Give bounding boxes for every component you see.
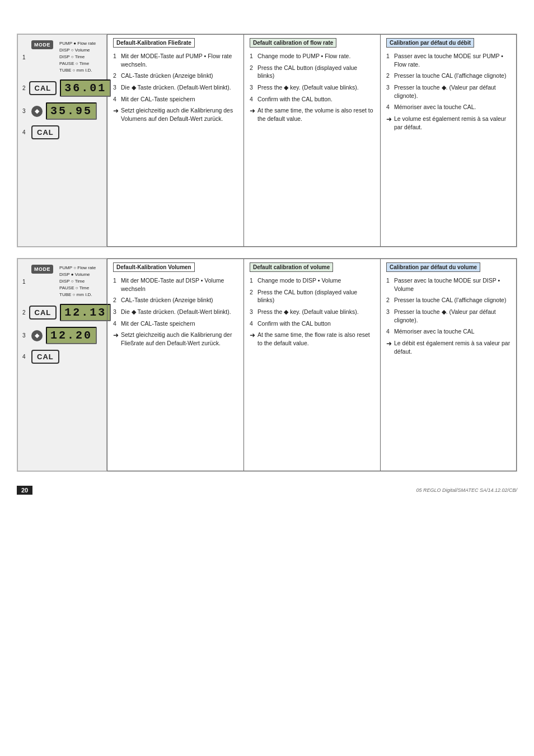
bottom-col-de: Default-Kalibration Volumen 1 Mit der MO… — [107, 259, 243, 471]
top-step1-num: 1 — [22, 54, 28, 60]
bottom-step3-num: 3 — [22, 332, 28, 339]
bottom-en-arrow-note: ➜ At the same time, the flow rate is als… — [250, 331, 374, 347]
arrow-button-top[interactable]: ◆ — [31, 106, 43, 117]
top-device-col: 1 MODE PUMP ● Flow rate DISP ○ Volume DI… — [17, 34, 107, 247]
top-en-step1: 1 Change mode to PUMP • Flow rate. — [250, 52, 374, 60]
top-de-step1: 1 Mit der MODE-Taste auf PUMP • Flow rat… — [113, 52, 238, 68]
tube-mm-label-top: TUBE ○ mm I.D. — [59, 67, 96, 74]
top-en-arrow-note: ➜ At the same time, the volume is also r… — [250, 106, 374, 123]
page: 1 MODE PUMP ● Flow rate DISP ○ Volume DI… — [0, 0, 534, 756]
bottom-fr-step1: 1 Passer avec la touche MODE sur DISP • … — [386, 276, 510, 293]
top-block: 1 MODE PUMP ● Flow rate DISP ○ Volume DI… — [17, 34, 517, 247]
bottom-step2-row: 2 CAL 12.13 — [22, 304, 102, 321]
top-de-steps: 1 Mit der MODE-Taste auf PUMP • Flow rat… — [113, 52, 238, 123]
bottom-de-step3: 3 Die ◆ Taste drücken. (Default-Wert bli… — [113, 308, 238, 316]
top-fr-step4: 4 Mémoriser avec la touche CAL. — [386, 103, 510, 111]
bottom-en-step1: 1 Change mode to DISP • Volume — [250, 276, 374, 285]
top-step4-num: 4 — [22, 129, 28, 135]
pump-flow-label-top: PUMP ● Flow rate — [59, 40, 96, 47]
bottom-lcd-display-1: 12.13 — [60, 304, 111, 321]
arrow-button-bottom[interactable]: ◆ — [31, 330, 43, 341]
page-footer: 20 05 REGLO Digital/SMATEC SA/14.12.02/C… — [17, 483, 517, 495]
top-fr-steps: 1 Passer avec la touche MODE sur PUMP • … — [386, 52, 510, 132]
top-de-arrow-note: ➜ Setzt gleichzeitig auch die Kalibrieru… — [113, 106, 238, 123]
top-fr-step1: 1 Passer avec la touche MODE sur PUMP • … — [386, 52, 510, 68]
bottom-de-step4: 4 Mit der CAL-Taste speichern — [113, 320, 238, 328]
top-col-de: Default-Kalibration Fließrate 1 Mit der … — [107, 34, 243, 247]
top-step2-num: 2 — [22, 85, 26, 91]
bottom-instructions: Default-Kalibration Volumen 1 Mit der MO… — [107, 259, 517, 471]
mode-labels-bottom: PUMP ○ Flow rate DISP ● Volume DISP ○ Ti… — [59, 265, 96, 298]
arrow-icon-top: ◆ — [35, 107, 39, 115]
bottom-fr-steps: 1 Passer avec la touche MODE sur DISP • … — [386, 276, 510, 356]
top-de-step4: 4 Mit der CAL-Taste speichern — [113, 95, 238, 104]
top-lcd-display-1: 36.01 — [60, 79, 111, 97]
top-col-en: Default calibration of flow rate 1 Chang… — [243, 34, 380, 247]
bottom-step4-row: 4 CAL — [22, 350, 102, 364]
disp-time-label-bottom: DISP ○ Time — [59, 278, 96, 285]
bottom-fr-step3: 3 Presser la touche ◆. (Valeur par défau… — [386, 308, 510, 324]
bottom-cal-button-2[interactable]: CAL — [31, 350, 59, 364]
bottom-de-step1: 1 Mit der MODE-Taste auf DISP • Volume w… — [113, 276, 238, 293]
top-en-step3: 3 Press the ◆ key. (Default value blinks… — [250, 83, 374, 92]
top-de-step3: 3 Die ◆ Taste drücken. (Default-Wert bli… — [113, 83, 238, 92]
page-number: 20 — [17, 486, 32, 495]
disp-vol-label-bottom: DISP ● Volume — [59, 271, 96, 278]
bottom-col-fr: Calibration par défaut du volume 1 Passe… — [380, 259, 517, 471]
top-cal-button-2[interactable]: CAL — [31, 125, 59, 139]
top-instructions: Default-Kalibration Fließrate 1 Mit der … — [107, 34, 517, 247]
bottom-block: 1 MODE PUMP ○ Flow rate DISP ● Volume DI… — [17, 258, 517, 472]
bottom-cal-button-1[interactable]: CAL — [29, 306, 57, 320]
bottom-step4-num: 4 — [22, 354, 28, 360]
bottom-device-col: 1 MODE PUMP ○ Flow rate DISP ● Volume DI… — [17, 259, 107, 471]
bottom-header-fr: Calibration par défaut du volume — [386, 262, 480, 272]
bottom-fr-arrow-note: ➜ Le débit est également remis à sa vale… — [386, 339, 510, 355]
top-step3-num: 3 — [22, 108, 28, 114]
footer-reference: 05 REGLO Digital/SMATEC SA/14.12.02/CB/ — [416, 487, 517, 493]
top-en-step2: 2 Press the CAL button (displayed value … — [250, 64, 374, 80]
bottom-de-step2: 2 CAL-Taste drücken (Anzeige blinkt) — [113, 296, 238, 304]
pause-time-label-top: PAUSE ○ Time — [59, 60, 96, 67]
top-col-fr: Calibration par défaut du débit 1 Passer… — [380, 34, 517, 247]
top-header-en: Default calibration of flow rate — [250, 38, 336, 48]
bottom-col-en: Default calibration of volume 1 Change m… — [243, 259, 380, 471]
section-spacer — [17, 247, 517, 259]
top-step3-row: 3 ◆ 35.95 — [22, 102, 102, 120]
top-lcd-display-2: 35.95 — [46, 102, 97, 120]
top-header-de: Default-Kalibration Fließrate — [113, 38, 195, 48]
bottom-step3-row: 3 ◆ 12.20 — [22, 327, 102, 344]
bottom-en-steps: 1 Change mode to DISP • Volume 2 Press t… — [250, 276, 374, 348]
pause-time-label-bottom: PAUSE ○ Time — [59, 285, 96, 292]
bottom-lcd-display-2: 12.20 — [46, 327, 97, 344]
top-fr-arrow-note: ➜ Le volume est également remis à sa val… — [386, 115, 510, 131]
top-step1-row: 1 MODE PUMP ● Flow rate DISP ○ Volume DI… — [22, 40, 102, 74]
bottom-fr-step4: 4 Mémoriser avec la touche CAL — [386, 327, 510, 336]
mode-button-top[interactable]: MODE — [31, 40, 53, 49]
top-en-step4: 4 Confirm with the CAL button. — [250, 95, 374, 104]
bottom-en-step2: 2 Press the CAL button (displayed value … — [250, 288, 374, 304]
bottom-step1-num: 1 — [22, 279, 28, 285]
mode-button-bottom[interactable]: MODE — [31, 265, 53, 274]
mode-labels-top: PUMP ● Flow rate DISP ○ Volume DISP ○ Ti… — [59, 40, 96, 74]
disp-time-label-top: DISP ○ Time — [59, 54, 96, 60]
tube-mm-label-bottom: TUBE ○ mm I.D. — [59, 292, 96, 298]
top-cal-button-1[interactable]: CAL — [29, 81, 57, 95]
pump-flow-label-bottom: PUMP ○ Flow rate — [59, 265, 96, 271]
arrow-icon-bottom: ◆ — [35, 332, 39, 339]
disp-vol-label-top: DISP ○ Volume — [59, 47, 96, 54]
bottom-en-step4: 4 Confirm with the CAL button — [250, 320, 374, 328]
top-fr-step3: 3 Presser la touche ◆. (Valeur par défau… — [386, 83, 510, 100]
top-step2-row: 2 CAL 36.01 — [22, 79, 102, 97]
bottom-fr-step2: 2 Presser la touche CAL (l'affichage cli… — [386, 296, 510, 304]
top-header-fr: Calibration par défaut du débit — [386, 38, 474, 48]
bottom-de-arrow-note: ➜ Setzt gleichzeitig auch die Kalibrieru… — [113, 331, 238, 347]
bottom-en-step3: 3 Press the ◆ key. (Default value blinks… — [250, 308, 374, 316]
bottom-step1-row: 1 MODE PUMP ○ Flow rate DISP ● Volume DI… — [22, 265, 102, 298]
bottom-header-en: Default calibration of volume — [250, 262, 333, 272]
top-step4-row: 4 CAL — [22, 125, 102, 139]
top-en-steps: 1 Change mode to PUMP • Flow rate. 2 Pre… — [250, 52, 374, 123]
bottom-de-steps: 1 Mit der MODE-Taste auf DISP • Volume w… — [113, 276, 238, 348]
top-fr-step2: 2 Presser la touche CAL (l'affichage cli… — [386, 72, 510, 80]
top-de-step2: 2 CAL-Taste drücken (Anzeige blinkt) — [113, 72, 238, 80]
bottom-step2-num: 2 — [22, 309, 26, 316]
